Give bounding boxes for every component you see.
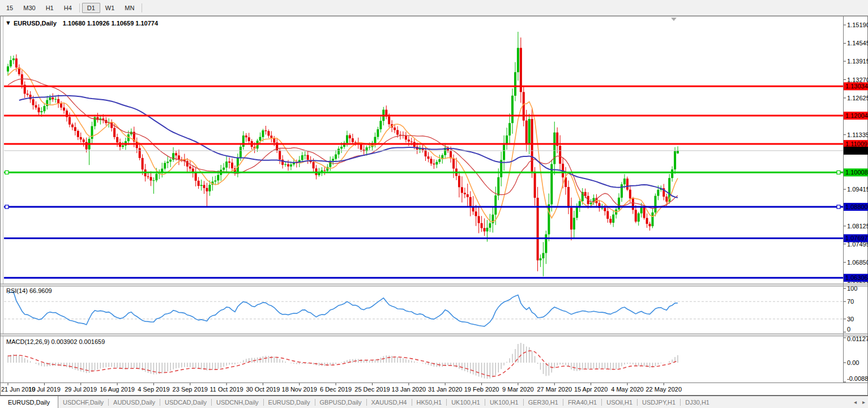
timeframe-button-mn[interactable]: MN [119,3,139,13]
chart-window: 10070300 0.0112770.00-0.008845 1.151901.… [0,0,868,408]
date-label: 30 Oct 2019 [246,386,280,393]
macd-tick-label: 0.011277 [847,335,868,342]
date-label: 4 May 2020 [611,386,643,393]
tab-item-eurusd-daily[interactable]: EURUSD,Daily [0,396,58,408]
price-level-badge-label: 1.11009 [845,141,867,147]
date-label: 29 Jul 2019 [65,386,97,393]
price-level-badge-label: 1.08800 [845,203,868,210]
date-label: 23 Sep 2019 [173,386,208,393]
price-tick-label: 1.06850 [847,259,868,266]
date-label: 6 Dec 2019 [320,386,352,393]
price-level-badge-label: 1.13034 [845,83,868,90]
timeframe-button-15[interactable]: 15 [1,3,18,13]
tabs-scroll-left-icon[interactable]: ◂ [854,399,857,405]
date-label: 9 Mar 2020 [502,386,534,393]
date-label: 19 Feb 2020 [464,386,499,393]
price-tick-label: 1.09415 [847,186,868,193]
date-label: 22 May 2020 [645,386,682,393]
rsi-tick-label: 70 [847,298,854,305]
timeframe-button-h1[interactable]: H1 [41,3,59,13]
price-tick-label: 1.11335 [847,131,868,138]
macd-label: MACD(12,26,9) 0.003902 0.001659 [6,338,105,345]
date-label: 15 Apr 2020 [574,386,608,393]
timeframe-button-d1[interactable]: D1 [82,3,100,13]
toolbar-separator [79,3,80,12]
price-level-badge-label: 1.06306 [845,274,868,281]
date-label: 13 Jan 2020 [392,386,426,393]
toolbar-separator [142,3,142,12]
panel-separator[interactable] [1,334,867,336]
tab-item-uk100-h1[interactable]: UK100,H1 [447,396,485,408]
tab-item-xauusd-h4[interactable]: XAUUSD,H4 [367,396,412,408]
macd-tick-label: 0.00 [847,359,859,366]
tab-item-usoil-h1[interactable]: USOil,H1 [602,396,637,408]
price-tick-label: 1.14545 [847,40,868,46]
chart-plot-area[interactable] [4,17,843,283]
date-label: 27 Mar 2020 [537,386,572,393]
rsi-tick-label: 30 [847,316,854,322]
price-level-badge-label: 1.10774 [845,147,868,154]
date-label: 11 Oct 2019 [210,386,243,393]
timeframe-button-w1[interactable]: W1 [100,3,120,13]
date-label: 31 Jan 2020 [428,386,463,393]
tabs-scroll-right-icon[interactable]: ▸ [862,399,865,405]
price-level-badge-label: 1.07697 [845,235,868,241]
macd-tick-label: -0.008845 [847,375,868,382]
tab-item-usdjpy-h1[interactable]: USDJPY,H1 [638,396,680,408]
date-label: 4 Sep 2019 [138,386,169,393]
tab-item-hk50-h1[interactable]: HK50,H1 [412,396,447,408]
price-tick-label: 1.13915 [847,58,868,65]
date-label: 25 Dec 2019 [354,386,390,393]
rsi-tick-label: 0 [847,326,850,333]
timeframe-button-h4[interactable]: H4 [59,3,77,13]
price-tick-label: 1.12625 [847,95,868,101]
date-label: 18 Nov 2019 [282,386,317,393]
price-level-badge-label: 1.10008 [845,169,868,176]
tab-item-ger30-h1[interactable]: GER30,H1 [524,396,563,408]
date-label: 10 Jul 2019 [28,386,61,393]
date-label: 16 Aug 2019 [100,386,135,393]
tab-item-audusd-daily[interactable]: AUDUSD,Daily [109,396,160,408]
price-axis[interactable]: 1.151901.145451.139151.132701.126251.113… [844,22,868,284]
timeframe-toolbar: 15M30H1H4D1W1MN [0,0,868,16]
tab-item-usdcnh-daily[interactable]: USDCNH,Daily [212,396,263,408]
rsi-label: RSI(14) 66.9609 [6,287,52,294]
tab-item-uk100-h1[interactable]: UK100,H1 [485,396,523,408]
tab-scroll-arrows: ◂ ▸ [854,396,865,407]
price-tick-label: 1.13270 [847,76,868,83]
symbol-tab-bar: EURUSD,DailyUSDCHF,DailyAUDUSD,DailyUSDC… [0,396,868,408]
tab-item-gbpusd-daily[interactable]: GBPUSD,Daily [315,396,366,408]
tab-item-dj30-h1[interactable]: DJ30,H1 [681,396,714,408]
price-level-badge-label: 1.12004 [845,112,868,119]
tab-item-fra40-h1[interactable]: FRA40,H1 [563,396,601,408]
price-tick-label: 1.08125 [847,223,868,230]
panel-separator[interactable] [1,284,867,286]
tab-item-usdchf-daily[interactable]: USDCHF,Daily [58,396,108,408]
tab-item-usdcad-daily[interactable]: USDCAD,Daily [160,396,211,408]
timeframe-button-m30[interactable]: M30 [18,3,40,13]
tab-item-eurusd-daily[interactable]: EURUSD,Daily [264,396,315,408]
price-tick-label: 1.15190 [847,22,868,28]
